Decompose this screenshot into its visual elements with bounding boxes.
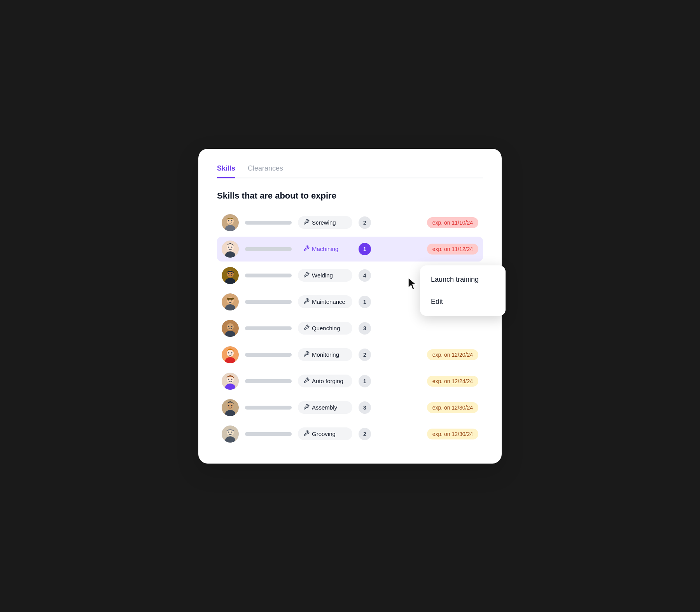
svg-point-45 bbox=[231, 431, 233, 432]
svg-point-39 bbox=[228, 405, 229, 406]
avatar bbox=[222, 425, 239, 443]
avatar bbox=[222, 241, 239, 258]
svg-point-14 bbox=[231, 273, 233, 274]
context-menu-edit[interactable]: Edit bbox=[420, 291, 506, 313]
skill-badge[interactable]: Maintenance bbox=[298, 295, 352, 308]
skill-name: Assembly bbox=[312, 404, 337, 411]
name-placeholder bbox=[245, 432, 292, 436]
avatar bbox=[222, 373, 239, 390]
name-placeholder bbox=[245, 326, 292, 330]
count-badge: 2 bbox=[359, 216, 371, 229]
avatar bbox=[222, 399, 239, 416]
svg-point-13 bbox=[228, 273, 229, 274]
svg-point-27 bbox=[227, 350, 234, 357]
svg-point-9 bbox=[231, 246, 233, 248]
section-title: Skills that are about to expire bbox=[217, 191, 483, 201]
tool-icon bbox=[303, 272, 310, 279]
svg-point-40 bbox=[231, 405, 233, 406]
tool-icon bbox=[303, 351, 310, 358]
svg-point-8 bbox=[228, 246, 229, 248]
avatar bbox=[222, 214, 239, 231]
svg-point-29 bbox=[228, 352, 229, 353]
name-placeholder bbox=[245, 353, 292, 357]
count-badge: 4 bbox=[359, 269, 371, 282]
count-badge: 1 bbox=[359, 375, 371, 387]
skill-badge[interactable]: Auto forging bbox=[298, 375, 352, 387]
skill-badge[interactable]: Screwing bbox=[298, 216, 352, 229]
tool-icon bbox=[303, 430, 310, 438]
svg-point-35 bbox=[231, 378, 233, 380]
skill-row[interactable]: Machining1exp. on 11/12/24 bbox=[217, 237, 483, 262]
name-placeholder bbox=[245, 379, 292, 383]
name-placeholder bbox=[245, 274, 292, 277]
skill-name: Quenching bbox=[312, 325, 340, 331]
exp-badge: exp. on 12/24/24 bbox=[427, 376, 478, 387]
count-badge: 1 bbox=[359, 243, 371, 255]
avatar bbox=[222, 320, 239, 337]
skill-name: Screwing bbox=[312, 219, 336, 226]
svg-point-37 bbox=[227, 403, 234, 410]
exp-badge: exp. on 11/12/24 bbox=[427, 244, 478, 255]
svg-point-24 bbox=[228, 326, 229, 327]
skill-name: Monitoring bbox=[312, 351, 339, 358]
svg-point-30 bbox=[231, 352, 233, 353]
name-placeholder bbox=[245, 300, 292, 304]
name-placeholder bbox=[245, 247, 292, 251]
skill-name: Welding bbox=[312, 272, 333, 279]
exp-badge: exp. on 11/10/24 bbox=[427, 217, 478, 228]
skill-row[interactable]: Auto forging1exp. on 12/24/24 bbox=[217, 369, 483, 394]
tool-icon bbox=[303, 219, 310, 226]
skill-name: Grooving bbox=[312, 431, 336, 437]
svg-point-25 bbox=[231, 326, 233, 327]
exp-badge: exp. on 12/30/24 bbox=[427, 429, 478, 439]
svg-point-34 bbox=[228, 378, 229, 380]
avatar bbox=[222, 346, 239, 363]
skill-badge[interactable]: Grooving bbox=[298, 427, 352, 440]
svg-point-6 bbox=[227, 244, 234, 251]
tab-clearances[interactable]: Clearances bbox=[248, 164, 283, 178]
tool-icon bbox=[303, 404, 310, 411]
skill-row[interactable]: Quenching3 bbox=[217, 316, 483, 341]
tabs-container: Skills Clearances bbox=[217, 164, 483, 178]
skill-badge[interactable]: Machining bbox=[298, 242, 352, 255]
avatar bbox=[222, 293, 239, 310]
skills-list: Screwing2exp. on 11/10/24 Machining1exp.… bbox=[217, 210, 483, 446]
skill-name: Auto forging bbox=[312, 378, 343, 384]
skill-badge[interactable]: Assembly bbox=[298, 401, 352, 414]
exp-badge: exp. on 12/20/24 bbox=[427, 349, 478, 360]
exp-badge: exp. on 12/30/24 bbox=[427, 402, 478, 413]
skill-badge[interactable]: Monitoring bbox=[298, 348, 352, 361]
count-badge: 3 bbox=[359, 322, 371, 335]
skill-name: Machining bbox=[312, 246, 338, 252]
skill-badge[interactable]: Welding bbox=[298, 269, 352, 282]
skill-row[interactable]: Grooving2exp. on 12/30/24 bbox=[217, 422, 483, 446]
svg-point-4 bbox=[231, 220, 233, 221]
skill-row[interactable]: Assembly3exp. on 12/30/24 bbox=[217, 395, 483, 420]
avatar bbox=[222, 267, 239, 284]
skill-badge[interactable]: Quenching bbox=[298, 322, 352, 335]
count-badge: 1 bbox=[359, 296, 371, 308]
count-badge: 3 bbox=[359, 401, 371, 414]
skill-row[interactable]: Monitoring2exp. on 12/20/24 bbox=[217, 342, 483, 367]
tool-icon bbox=[303, 324, 310, 332]
tool-icon bbox=[303, 298, 310, 305]
svg-point-22 bbox=[227, 323, 234, 330]
count-badge: 2 bbox=[359, 349, 371, 361]
tool-icon bbox=[303, 377, 310, 385]
skill-row[interactable]: Screwing2exp. on 11/10/24 bbox=[217, 210, 483, 235]
name-placeholder bbox=[245, 221, 292, 225]
name-placeholder bbox=[245, 406, 292, 410]
svg-point-32 bbox=[227, 376, 234, 383]
context-menu: Launch training Edit bbox=[420, 265, 506, 316]
main-card: Skills Clearances Skills that are about … bbox=[198, 149, 502, 464]
svg-point-3 bbox=[228, 220, 229, 221]
svg-rect-20 bbox=[227, 298, 234, 300]
context-menu-launch-training[interactable]: Launch training bbox=[420, 269, 506, 291]
tab-skills[interactable]: Skills bbox=[217, 164, 235, 178]
svg-point-44 bbox=[228, 431, 229, 432]
count-badge: 2 bbox=[359, 428, 371, 440]
skill-name: Maintenance bbox=[312, 298, 345, 305]
tool-icon bbox=[303, 245, 310, 253]
